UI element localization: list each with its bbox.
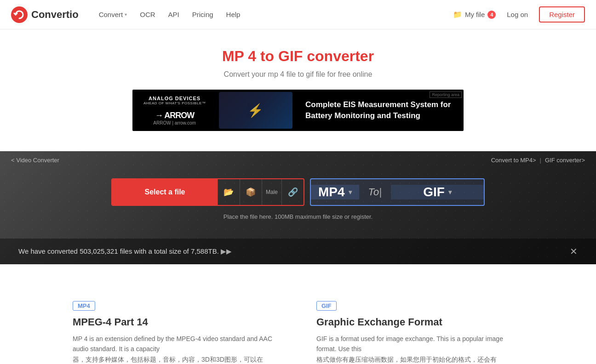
link-icon: 🔗	[288, 187, 298, 197]
header: Convertio Convert ▾ OCR API Pricing Help…	[0, 0, 596, 29]
ad-image: ⚡	[219, 92, 292, 129]
logo[interactable]: Convertio	[11, 6, 79, 23]
ad-banner[interactable]: ANALOG DEVICES AHEAD OF WHAT'S POSSIBLE™…	[132, 90, 464, 131]
converter-row: Select a file 📂 📦 Male 🔗 MP4 ▾	[18, 178, 578, 206]
mp4-desc: MP 4 is an extension defined by the MPEG…	[73, 334, 280, 364]
nav-ocr[interactable]: OCR	[134, 7, 160, 22]
format-dest-selector[interactable]: GIF ▾	[391, 185, 484, 199]
stats-bar: We have converted 503,025,321 files with…	[0, 239, 596, 264]
page-title: MP 4 to GIF converter	[7, 48, 589, 65]
my-files-link[interactable]: 📁 My file 4	[453, 10, 496, 19]
my-files-label: My file	[465, 11, 485, 18]
google-drive-label[interactable]: Male	[262, 179, 281, 205]
breadcrumb-video-converter[interactable]: < Video Converter	[11, 157, 59, 164]
svg-point-0	[11, 6, 28, 23]
gif-name: Graphic Exchange Format	[316, 316, 523, 328]
converter-section: < Video Converter Convert to MP4> | GIF …	[0, 151, 596, 264]
ad-left: ANALOG DEVICES AHEAD OF WHAT'S POSSIBLE™…	[143, 96, 206, 125]
arrow-logo-area: → ARROW ARROW | arrow.com	[143, 111, 206, 125]
nav: Convert ▾ OCR API Pricing Help	[93, 7, 453, 22]
analog-devices-logo: ANALOG DEVICES AHEAD OF WHAT'S POSSIBLE™	[143, 96, 206, 105]
converter-inner: Select a file 📂 📦 Male 🔗 MP4 ▾	[0, 169, 596, 239]
logo-icon	[11, 6, 28, 23]
animated-dots: ▶▶	[221, 247, 232, 255]
format-dest-chevron-icon: ▾	[448, 188, 452, 196]
mp4-badge: MP4	[73, 301, 95, 311]
header-right: 📁 My file 4 Log on Register	[453, 6, 585, 23]
ad-corner-label: Reporting area	[430, 91, 462, 98]
drop-hint: Place the file here. 100MB maximum file …	[18, 213, 578, 220]
my-files-count: 4	[487, 11, 496, 19]
breadcrumb-gif-converter[interactable]: GIF converter>	[545, 157, 585, 164]
nav-convert[interactable]: Convert ▾	[93, 7, 133, 22]
circuit-icon: ⚡	[247, 103, 264, 118]
format-dest-label: GIF	[423, 185, 445, 199]
logo-text: Convertio	[31, 9, 79, 21]
breadcrumb-convert-mp4[interactable]: Convert to MP4>	[491, 157, 536, 164]
gif-badge: GIF	[316, 301, 337, 311]
mp4-name: MPEG-4 Part 14	[73, 316, 280, 328]
page-subtitle: Convert your mp 4 file to gif file for f…	[7, 70, 589, 79]
folder-icon: 📂	[224, 187, 234, 197]
dropbox-button[interactable]: 📦	[240, 179, 262, 205]
ad-headline: Complete EIS Measurement System for Batt…	[305, 99, 453, 121]
register-button[interactable]: Register	[539, 6, 585, 23]
format-to-label: To	[359, 186, 391, 198]
breadcrumb-right: Convert to MP4> | GIF converter>	[491, 157, 585, 164]
breadcrumb-separator: |	[540, 157, 541, 164]
gif-info: GIF Graphic Exchange Format GIF is a for…	[307, 301, 533, 364]
format-from-selector[interactable]: MP4 ▾	[311, 185, 359, 199]
ad-logo-area: ANALOG DEVICES AHEAD OF WHAT'S POSSIBLE™	[143, 96, 206, 105]
close-stats-button[interactable]: ✕	[570, 246, 578, 257]
select-file-button[interactable]: Select a file	[112, 179, 218, 205]
format-selector: MP4 ▾ To GIF ▾	[310, 178, 485, 206]
convert-chevron-icon: ▾	[125, 12, 127, 17]
select-file-area: Select a file 📂 📦 Male 🔗	[111, 178, 304, 206]
breadcrumb: < Video Converter Convert to MP4> | GIF …	[0, 151, 596, 169]
format-from-label: MP4	[318, 185, 345, 199]
mp4-info: MP4 MPEG-4 Part 14 MP 4 is an extension …	[63, 301, 289, 364]
login-button[interactable]: Log on	[503, 8, 532, 21]
stats-text: We have converted 503,025,321 files with…	[18, 247, 232, 256]
format-from-chevron-icon: ▾	[349, 188, 352, 196]
hero-section: MP 4 to GIF converter Convert your mp 4 …	[0, 29, 596, 151]
link-button[interactable]: 🔗	[281, 179, 304, 205]
info-section: MP4 MPEG-4 Part 14 MP 4 is an extension …	[0, 264, 596, 364]
gif-desc: GIF is a format used for image exchange.…	[316, 334, 523, 364]
nav-help[interactable]: Help	[221, 7, 246, 22]
folder-upload-button[interactable]: 📂	[218, 179, 240, 205]
files-icon: 📁	[453, 10, 462, 19]
nav-api[interactable]: API	[163, 7, 185, 22]
dropbox-icon: 📦	[246, 187, 256, 197]
info-grid: MP4 MPEG-4 Part 14 MP 4 is an extension …	[45, 283, 551, 364]
nav-pricing[interactable]: Pricing	[187, 7, 219, 22]
